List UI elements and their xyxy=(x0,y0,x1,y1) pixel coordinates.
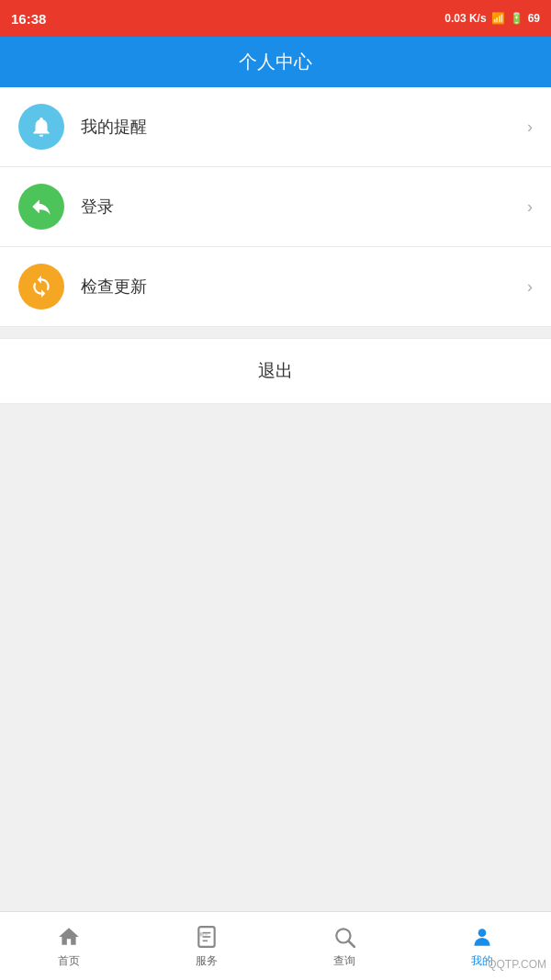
service-icon: 税三 xyxy=(194,924,219,950)
login-icon xyxy=(29,195,53,219)
menu-item-reminder[interactable]: 我的提醒 › xyxy=(0,87,551,167)
update-label: 检查更新 xyxy=(81,276,527,298)
page-title: 个人中心 xyxy=(239,50,312,74)
search-icon xyxy=(332,924,357,950)
menu-section: 我的提醒 › 登录 › 检查更新 › xyxy=(0,87,551,327)
update-arrow: › xyxy=(527,277,533,297)
bottom-nav: 首页 税三 服务 查询 xyxy=(0,911,551,980)
signal-icon: 📶 xyxy=(491,12,505,25)
logout-label: 退出 xyxy=(258,359,293,383)
menu-item-update[interactable]: 检查更新 › xyxy=(0,247,551,327)
login-arrow: › xyxy=(527,197,533,217)
bell-icon xyxy=(29,115,53,139)
refresh-icon xyxy=(29,275,53,299)
empty-area xyxy=(0,404,551,790)
reminder-arrow: › xyxy=(527,118,533,137)
svg-line-6 xyxy=(349,941,354,946)
status-right: 0.03 K/s 📶 🔋 69 xyxy=(444,12,540,25)
svg-text:税三: 税三 xyxy=(199,930,208,936)
logout-button[interactable]: 退出 xyxy=(0,339,551,403)
reminder-label: 我的提醒 xyxy=(81,116,527,138)
status-time: 16:38 xyxy=(11,11,46,27)
nav-item-search[interactable]: 查询 xyxy=(276,912,413,980)
nav-home-label: 首页 xyxy=(58,953,80,969)
login-label: 登录 xyxy=(81,196,527,218)
mine-icon xyxy=(469,924,495,950)
nav-item-home[interactable]: 首页 xyxy=(0,912,138,980)
status-bar: 16:38 0.03 K/s 📶 🔋 69 xyxy=(0,0,551,37)
reminder-icon-bg xyxy=(18,104,64,150)
update-icon-bg xyxy=(18,264,64,310)
separator-1 xyxy=(0,327,551,338)
nav-item-service[interactable]: 税三 服务 xyxy=(138,912,276,980)
nav-search-label: 查询 xyxy=(333,953,355,969)
home-icon xyxy=(56,924,82,950)
nav-service-label: 服务 xyxy=(196,953,218,969)
menu-item-login[interactable]: 登录 › xyxy=(0,167,551,247)
battery-level: 69 xyxy=(528,12,540,25)
watermark: QQTP.COM xyxy=(488,958,546,971)
svg-point-7 xyxy=(478,929,487,937)
logout-section: 退出 xyxy=(0,338,551,404)
login-icon-bg xyxy=(18,184,64,230)
battery-icon: 🔋 xyxy=(510,12,523,25)
page-header: 个人中心 xyxy=(0,37,551,87)
network-speed: 0.03 K/s xyxy=(444,12,486,25)
